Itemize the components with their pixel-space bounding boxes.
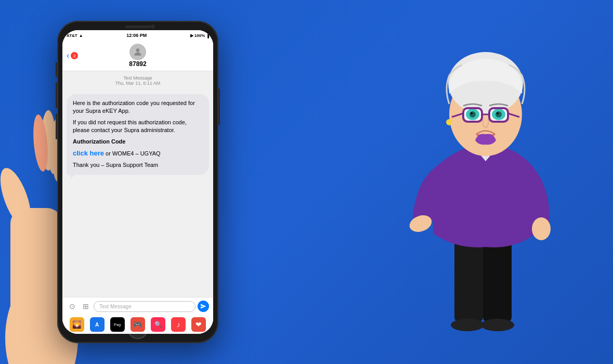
- message-line2: If you did not request this authorizatio…: [73, 119, 203, 135]
- volume-down-button: [56, 113, 57, 139]
- mute-button: [56, 62, 57, 77]
- phone-screen: AT&T ▲ 12:06 PM ▶ 100% ▐ ‹ 2: [62, 30, 213, 334]
- thank-you-text: Thank you – Supra Support Team: [73, 161, 203, 169]
- svg-point-20: [471, 112, 473, 114]
- camera: [151, 24, 155, 29]
- character-svg: [363, 0, 597, 364]
- phone-container: AT&T ▲ 12:06 PM ▶ 100% ▐ ‹ 2: [57, 21, 218, 343]
- game-dock-icon[interactable]: 🎮: [131, 317, 145, 332]
- status-time: 12:06 PM: [126, 33, 147, 38]
- svg-point-7: [136, 48, 140, 52]
- battery-text: 100%: [194, 33, 205, 38]
- auth-code-suffix: or WOME4 – UGYAQ: [104, 150, 161, 157]
- message-bubble: Here is the authorization code you reque…: [67, 94, 209, 175]
- contact-avatar: [129, 44, 146, 60]
- message-text: Here is the authorization code you reque…: [73, 99, 203, 170]
- contact-name: 87892: [129, 60, 146, 68]
- send-button[interactable]: [198, 301, 209, 312]
- search-dock-icon[interactable]: 🔍: [151, 317, 165, 332]
- wifi-icon: ▲: [79, 33, 83, 38]
- power-button: [218, 88, 220, 125]
- svg-point-10: [451, 319, 484, 331]
- message-input[interactable]: Text Message: [94, 301, 195, 312]
- auth-code-label: Authorization Code: [73, 138, 203, 146]
- screen-content: AT&T ▲ 12:06 PM ▶ 100% ▐ ‹ 2: [62, 30, 213, 334]
- messages-area: Here is the authorization code you reque…: [62, 90, 213, 297]
- message-line1: Here is the authorization code you reque…: [73, 99, 203, 115]
- app-dock: 🌄 A Pay 🎮 🔍 ♪ ❤: [62, 315, 213, 334]
- carrier-text: AT&T: [67, 33, 77, 38]
- applepay-dock-icon[interactable]: Pay: [110, 317, 125, 332]
- svg-point-19: [469, 111, 476, 118]
- speaker: [125, 25, 151, 28]
- phone-body: AT&T ▲ 12:06 PM ▶ 100% ▐ ‹ 2: [57, 21, 218, 343]
- nav-bar: ‹ 2 87892: [62, 41, 213, 71]
- message-type: Text Message: [67, 75, 209, 81]
- status-bar: AT&T ▲ 12:06 PM ▶ 100% ▐: [62, 30, 213, 41]
- signal-icon: ▶: [190, 33, 193, 38]
- music-dock-icon[interactable]: ♪: [171, 317, 186, 332]
- back-badge: 2: [71, 52, 78, 59]
- character-area: [348, 0, 597, 364]
- back-chevron-icon: ‹: [67, 51, 69, 60]
- message-meta: Text Message Thu, Mar 11, 6:11 AM: [62, 71, 213, 90]
- svg-rect-1: [10, 208, 62, 364]
- camera-icon[interactable]: ⊙: [67, 301, 78, 312]
- svg-point-23: [495, 111, 502, 118]
- photos-dock-icon[interactable]: 🌄: [70, 317, 84, 332]
- svg-point-11: [481, 319, 514, 331]
- auth-code-line: click here or WOME4 – UGYAQ: [73, 149, 203, 158]
- battery-icon: ▐: [206, 33, 209, 38]
- status-left: AT&T ▲: [67, 33, 83, 38]
- volume-up-button: [56, 82, 57, 108]
- back-button[interactable]: ‹ 2: [67, 51, 78, 60]
- heart-dock-icon[interactable]: ❤: [191, 317, 206, 332]
- status-right: ▶ 100% ▐: [190, 33, 209, 38]
- message-date: Thu, Mar 11, 6:11 AM: [67, 81, 209, 86]
- svg-point-13: [532, 217, 551, 240]
- click-here-link[interactable]: click here: [73, 149, 104, 157]
- svg-point-30: [446, 119, 452, 125]
- message-input-placeholder: Text Message: [99, 304, 132, 309]
- svg-point-24: [497, 112, 499, 114]
- appstore-dock-icon[interactable]: A: [90, 317, 105, 332]
- appstore-small-icon[interactable]: ⊞: [80, 301, 92, 312]
- bottom-bar: ⊙ ⊞ Text Message: [62, 297, 213, 315]
